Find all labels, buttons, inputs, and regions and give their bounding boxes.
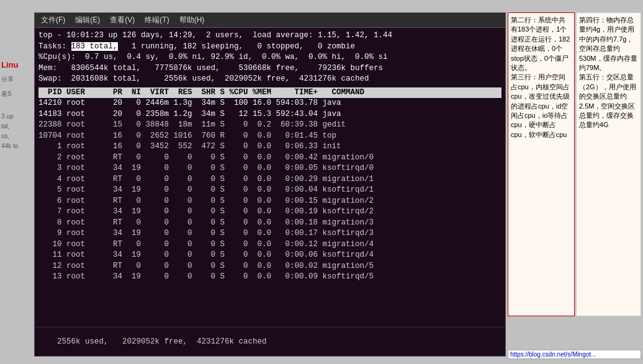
menu-help[interactable]: 帮助(H) <box>177 14 207 26</box>
annotation-box-2: 第四行：物内存总量约4g，用户使用中的内存约7.7g，空闲存总量约530M，缓存… <box>576 12 641 316</box>
table-row: 12 root RT 0 0 0 0 S 0 0.0 0:00.02 migra… <box>38 261 501 272</box>
annotation-1-text: 第二行：系统中共有183个进程，1个进程正在运行，182进程在休眠，0个stop… <box>511 16 570 138</box>
menu-terminal[interactable]: 终端(T) <box>142 14 171 26</box>
table-row: 8 root RT 0 0 0 0 S 0 0.0 0:00.18 migrat… <box>38 218 501 229</box>
mem-line: Mem: 8306544k total, 7775876k used, 5306… <box>38 63 501 74</box>
url-bar: https://blog.csdn.net/s/Mingot... <box>508 350 641 359</box>
cpu-line: %Cpu(s): 0.7 us, 0.4 sy, 0.0% ni, 92.9% … <box>38 52 501 63</box>
table-row: 13 root 34 19 0 0 0 S 0 0.0 0:00.09 ksof… <box>38 272 501 283</box>
table-row: 2 root RT 0 0 0 0 S 0 0.0 0:00.42 migrat… <box>38 153 501 164</box>
process-table-header: PID USER PR NI VIRT RES SHR S %CPU %MEM … <box>38 87 501 99</box>
table-row: 10704 root 16 0 2652 1016 760 R 0 0.0 0:… <box>38 131 501 142</box>
terminal-body: top - 10:01:23 up 126 days, 14:29, 2 use… <box>35 28 505 327</box>
annotation-2-text: 第四行：物内存总量约4g，用户使用中的内存约7.7g，空闲存总量约530M，缓存… <box>579 16 637 128</box>
table-row: 4 root RT 0 0 0 0 S 0 0.0 0:00.29 migrat… <box>38 174 501 185</box>
annotation-box-1: 第二行：系统中共有183个进程，1个进程正在运行，182进程在休眠，0个stop… <box>508 12 575 316</box>
top-line: top - 10:01:23 up 126 days, 14:29, 2 use… <box>38 30 501 42</box>
table-row: 10 root RT 0 0 0 0 S 0 0.0 0:00.12 migra… <box>38 239 501 251</box>
swap-line: Swap: 2031608k total, 2556k used, 202905… <box>38 74 501 85</box>
menu-edit[interactable]: 编辑(E) <box>73 14 102 26</box>
menu-view[interactable]: 查看(V) <box>107 14 137 26</box>
terminal-footer: 2556k used, 2029052k free, 4231276k cach… <box>35 327 505 356</box>
table-row: 3 root 34 19 0 0 0 S 0 0.0 0:00.05 ksoft… <box>38 163 501 174</box>
tasks-line: Tasks: 183 total, 1 running, 182 sleepin… <box>38 42 501 53</box>
table-row: 9 root 34 19 0 0 0 S 0 0.0 0:00.17 ksoft… <box>38 228 501 239</box>
table-row: 5 root 34 19 0 0 0 S 0 0.0 0:00.04 ksoft… <box>38 185 501 196</box>
table-row: 7 root 34 19 0 0 0 S 0 0.0 0:00.19 ksoft… <box>38 206 501 218</box>
left-partial-text: Linu 分享 看S 3 up tal, us, 44k to <box>0 59 36 151</box>
terminal-window: 文件(F) 编辑(E) 查看(V) 终端(T) 帮助(H) top - 10:0… <box>34 12 506 357</box>
table-row: 6 root RT 0 0 0 0 S 0 0.0 0:00.15 migrat… <box>38 196 501 207</box>
table-row: 22388 root 15 0 38848 18m 11m S 0 0.2 60… <box>38 120 501 131</box>
table-row: 14210 root 20 0 2446m 1.3g 34m S 100 16.… <box>38 98 501 109</box>
menu-file[interactable]: 文件(F) <box>38 14 68 26</box>
terminal-menubar: 文件(F) 编辑(E) 查看(V) 终端(T) 帮助(H) <box>35 13 505 28</box>
table-row: 14183 root 20 0 2358m 1.2g 34m S 12 15.3… <box>38 109 501 120</box>
table-row: 1 root 16 0 3452 552 472 S 0 0.0 0:06.33… <box>38 141 501 153</box>
table-row: 11 root 34 19 0 0 0 S 0 0.0 0:00.06 ksof… <box>38 250 501 261</box>
tasks-highlight: 183 total, <box>71 42 118 51</box>
